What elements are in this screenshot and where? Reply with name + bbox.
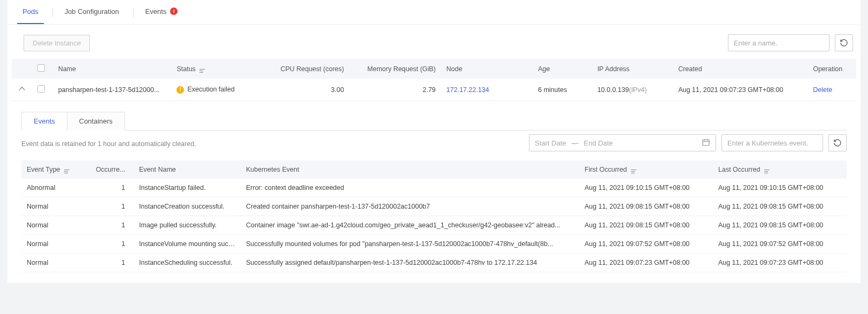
cell-k8s-event: Successfully mounted volumes for pod "pa… [241, 235, 579, 254]
cell-last-occurred: Aug 11, 2021 09:07:23 GMT+08:00 [713, 254, 847, 272]
tab-events[interactable]: Events ! [140, 0, 183, 24]
table-row: Abnormal1InstanceStartup failed.Error: c… [21, 179, 847, 197]
cell-last-occurred: Aug 11, 2021 09:07:52 GMT+08:00 [713, 235, 847, 254]
col-occurrences[interactable]: Occurre... [80, 160, 134, 179]
col-node[interactable]: Node [441, 59, 533, 79]
main-panel: Pods Job Configuration Events ! Delete I… [7, 0, 861, 283]
col-ip[interactable]: IP Address [592, 59, 673, 79]
cell-last-occurred: Aug 11, 2021 09:10:15 GMT+08:00 [713, 179, 847, 197]
pods-table: Name Status CPU Request (cores) Memory R… [12, 59, 856, 101]
events-hint: Event data is retained for 1 hour and au… [21, 131, 196, 155]
refresh-button[interactable] [835, 34, 853, 51]
warning-icon: ! [176, 86, 184, 94]
cell-node[interactable]: 172.17.22.134 [441, 79, 533, 101]
cell-first-occurred: Aug 11, 2021 09:10:15 GMT+08:00 [579, 179, 713, 197]
tab-events-label: Events [145, 7, 167, 16]
cell-event-type: Abnormal [21, 179, 80, 197]
cell-first-occurred: Aug 11, 2021 09:08:15 GMT+08:00 [579, 197, 713, 216]
cell-first-occurred: Aug 11, 2021 09:08:15 GMT+08:00 [579, 216, 713, 235]
events-search-input[interactable] [726, 139, 818, 148]
cell-k8s-event: Container image "swr.ae-ad-1.g42cloud.co… [241, 216, 579, 235]
cell-occurrences: 1 [80, 216, 134, 235]
col-event-name[interactable]: Event Name [134, 160, 241, 179]
cell-occurrences: 1 [80, 197, 134, 216]
cell-event-name: InstanceScheduling successful. [134, 254, 241, 272]
search-input[interactable] [733, 39, 825, 48]
cell-event-type: Normal [21, 235, 80, 254]
cell-occurrences: 1 [80, 179, 134, 197]
cell-memory: 2.79 [349, 79, 441, 101]
col-name[interactable]: Name [53, 59, 172, 79]
cell-first-occurred: Aug 11, 2021 09:07:23 GMT+08:00 [579, 254, 713, 272]
events-refresh-button[interactable] [828, 134, 847, 151]
table-row: Normal1InstanceVolume mounting succ...Su… [21, 235, 847, 254]
cell-created: Aug 11, 2021 09:07:23 GMT+08:00 [673, 79, 808, 101]
cell-event-name: InstanceCreation successful. [134, 197, 241, 216]
col-cpu[interactable]: CPU Request (cores) [258, 59, 349, 79]
col-status[interactable]: Status [171, 59, 257, 79]
cell-status: !Execution failed [171, 79, 257, 101]
start-date-placeholder: Start Date [535, 139, 566, 147]
col-age[interactable]: Age [533, 59, 592, 79]
table-row: pansharpen-test-1-137-5d12000...!Executi… [12, 79, 856, 101]
sort-icon [199, 69, 205, 72]
table-row: Normal1InstanceScheduling successful.Suc… [21, 254, 847, 272]
col-operation[interactable]: Operation [808, 59, 856, 79]
row-checkbox[interactable] [37, 85, 45, 93]
inner-tab-containers[interactable]: Containers [67, 112, 125, 131]
col-first-occurred[interactable]: First Occurred [579, 160, 713, 179]
events-table: Event Type Occurre... Event Name Kuberne… [21, 160, 847, 272]
col-event-type[interactable]: Event Type [21, 160, 80, 179]
sort-icon [64, 170, 70, 173]
events-search-box[interactable] [721, 134, 823, 151]
end-date-placeholder: End Date [584, 139, 613, 147]
tab-job-configuration[interactable]: Job Configuration [59, 0, 125, 24]
cell-ip: 10.0.0.139(IPv4) [592, 79, 673, 101]
tab-separator [133, 7, 134, 17]
alert-icon: ! [170, 7, 178, 15]
sort-icon [764, 170, 770, 173]
expanded-row: Events Containers Event data is retained… [7, 101, 861, 272]
cell-cpu: 3.00 [258, 79, 349, 101]
col-created[interactable]: Created [673, 59, 808, 79]
cell-event-type: Normal [21, 254, 80, 272]
tab-pods[interactable]: Pods [17, 0, 44, 24]
pods-toolbar: Delete Instance [7, 25, 861, 59]
svg-rect-2 [703, 140, 709, 145]
cell-operation[interactable]: Delete [808, 79, 856, 101]
events-toolbar: Event data is retained for 1 hour and au… [21, 131, 847, 155]
cell-last-occurred: Aug 11, 2021 09:08:15 GMT+08:00 [713, 216, 847, 235]
tab-separator [52, 7, 53, 17]
cell-first-occurred: Aug 11, 2021 09:07:52 GMT+08:00 [579, 235, 713, 254]
refresh-icon [840, 39, 848, 47]
inner-tab-events[interactable]: Events [21, 112, 67, 131]
col-last-occurred[interactable]: Last Occurred [713, 160, 847, 179]
cell-name: pansharpen-test-1-137-5d12000... [53, 79, 172, 101]
table-row: Normal1InstanceCreation successful.Creat… [21, 197, 847, 216]
cell-k8s-event: Successfully assigned default/pansharpen… [241, 254, 579, 272]
cell-event-name: Image pulled successfully. [134, 216, 241, 235]
select-all-checkbox[interactable] [37, 64, 45, 72]
sort-icon [631, 170, 636, 173]
inner-tabs: Events Containers [21, 112, 847, 131]
expand-toggle[interactable] [19, 87, 25, 93]
delete-instance-button[interactable]: Delete Instance [24, 35, 90, 51]
col-k8s-event[interactable]: Kubernetes Event [241, 160, 579, 179]
date-range-picker[interactable]: Start Date — End Date [529, 134, 716, 151]
col-memory[interactable]: Memory Request (GiB) [349, 59, 441, 79]
cell-event-type: Normal [21, 197, 80, 216]
table-row: Normal1Image pulled successfully.Contain… [21, 216, 847, 235]
cell-age: 6 minutes [533, 79, 592, 101]
refresh-icon [833, 139, 842, 147]
cell-k8s-event: Created container pansharpen-test-1-137-… [241, 197, 579, 216]
cell-event-name: InstanceStartup failed. [134, 179, 241, 197]
top-tabs: Pods Job Configuration Events ! [7, 0, 861, 25]
cell-occurrences: 1 [80, 235, 134, 254]
cell-last-occurred: Aug 11, 2021 09:08:15 GMT+08:00 [713, 197, 847, 216]
search-box[interactable] [728, 34, 829, 51]
cell-occurrences: 1 [80, 254, 134, 272]
cell-k8s-event: Error: context deadline exceeded [241, 179, 579, 197]
cell-event-name: InstanceVolume mounting succ... [134, 235, 241, 254]
calendar-icon [702, 138, 710, 148]
cell-event-type: Normal [21, 216, 80, 235]
